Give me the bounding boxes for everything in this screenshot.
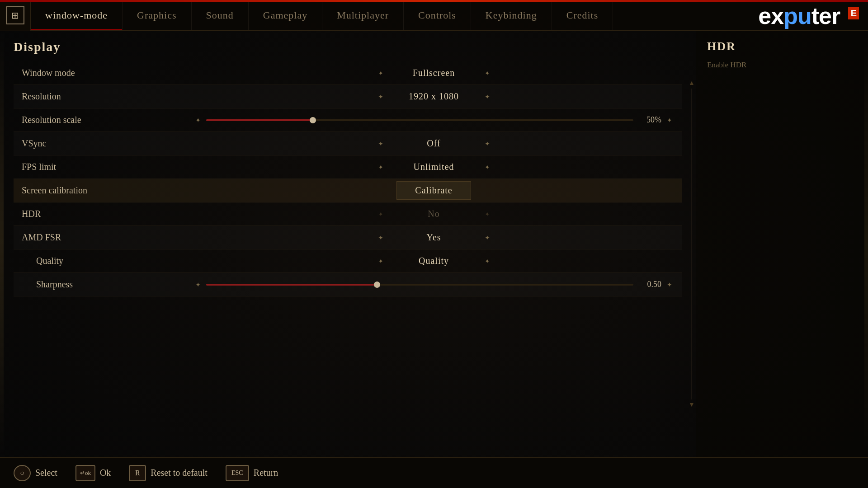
sharpness-slider-thumb[interactable] xyxy=(374,282,380,288)
setting-row-resolution-scale: Resolution scale 50% xyxy=(14,108,682,132)
setting-row-resolution: Resolution 868 x 488 xyxy=(14,85,682,108)
arrow-right-sharpness[interactable] xyxy=(661,280,678,289)
setting-row-window-mode: Window mode Fullscreen xyxy=(14,61,682,85)
header: ⊞ window-mode Graphics Sound Gameplay Mu… xyxy=(0,0,868,31)
top-accent-bar xyxy=(0,0,868,2)
setting-value-fps-limit: Unlimited xyxy=(389,162,479,172)
action-reset-label: Reset to default xyxy=(151,468,208,478)
setting-control-sharpness: 0.50 xyxy=(190,280,678,289)
resolution-scale-slider-thumb[interactable] xyxy=(310,117,316,123)
arrow-left-hdr[interactable] xyxy=(373,209,389,219)
tab-credits[interactable]: Credits xyxy=(552,0,613,30)
action-reset: R Reset to default xyxy=(129,465,208,481)
tab-sound[interactable]: Sound xyxy=(192,0,249,30)
tab-controls[interactable]: Controls xyxy=(404,0,471,30)
setting-control-resolution-scale: 50% xyxy=(190,115,678,125)
setting-row-hdr: HDR No xyxy=(14,202,682,226)
tab-graphics[interactable]: Graphics xyxy=(123,0,191,30)
resolution-scale-slider-container: 50% xyxy=(206,115,661,125)
setting-value-hdr: No xyxy=(389,209,479,219)
sharpness-slider-fill xyxy=(206,284,377,286)
action-return-label: Return xyxy=(254,468,278,478)
sharpness-value: 0.50 xyxy=(639,280,661,289)
key-ok-icon: ↵ok xyxy=(75,465,95,481)
logo-icon: ⊞ xyxy=(6,6,24,24)
arrow-right-vsync[interactable] xyxy=(479,139,495,148)
right-panel-description: Enable HDR xyxy=(707,59,857,71)
arrow-right-hdr[interactable] xyxy=(479,209,495,219)
watermark: exputer E xyxy=(758,2,859,29)
setting-control-fps-limit: Unlimited xyxy=(190,162,678,172)
setting-label-vsync: VSync xyxy=(18,138,190,149)
setting-control-hdr: No xyxy=(190,209,678,219)
settings-panel: Display Window mode Fullscreen Resolutio… xyxy=(0,31,696,457)
section-title: Display xyxy=(14,40,682,54)
tab-display[interactable]: window-mode xyxy=(31,0,123,30)
setting-value-resolution: 868 x 488 xyxy=(389,91,479,102)
setting-label-fps-limit: FPS limit xyxy=(18,162,190,172)
arrow-right-quality[interactable] xyxy=(479,256,495,266)
setting-row-quality: Quality Quality xyxy=(14,249,682,273)
tab-keybinding[interactable]: Keybinding xyxy=(471,0,552,30)
logo-box: ⊞ xyxy=(0,0,31,31)
arrow-right-resolution[interactable] xyxy=(479,92,495,101)
right-panel-title: HDR xyxy=(707,40,857,53)
setting-row-screen-calibration: Screen calibration Calibrate xyxy=(14,179,682,202)
scroll-indicator: ▲ ▼ xyxy=(688,61,695,427)
action-return: ESC Return xyxy=(226,465,278,481)
arrow-right-window-mode[interactable] xyxy=(479,68,495,78)
setting-control-vsync: Off xyxy=(190,138,678,149)
side-decoration-right xyxy=(864,31,868,457)
setting-row-fps-limit: FPS limit Unlimited xyxy=(14,155,682,179)
setting-control-screen-calibration: Calibrate xyxy=(190,181,678,200)
setting-control-resolution: 868 x 488 xyxy=(190,91,678,102)
arrow-left-resolution-scale[interactable] xyxy=(190,115,206,125)
action-select-label: Select xyxy=(35,468,57,478)
setting-row-amd-fsr: AMD FSR Yes xyxy=(14,226,682,249)
setting-control-amd-fsr: Yes xyxy=(190,232,678,243)
action-select: ○ Select xyxy=(14,465,57,481)
arrow-left-sharpness[interactable] xyxy=(190,280,206,289)
setting-control-quality: Quality xyxy=(190,256,678,266)
arrow-left-amd-fsr[interactable] xyxy=(373,233,389,242)
resolution-scale-value: 50% xyxy=(639,115,661,125)
sharpness-slider-container: 0.50 xyxy=(206,280,661,289)
setting-label-resolution-scale: Resolution scale xyxy=(18,115,190,125)
arrow-right-amd-fsr[interactable] xyxy=(479,233,495,242)
setting-label-window-mode: Window mode xyxy=(18,68,190,78)
main-content: Display Window mode Fullscreen Resolutio… xyxy=(0,31,868,457)
key-select-icon: ○ xyxy=(14,465,31,481)
setting-label-resolution: Resolution xyxy=(18,91,190,102)
action-ok-label: Ok xyxy=(100,468,111,478)
settings-list: Window mode Fullscreen Resolution 1920 x… xyxy=(14,61,682,296)
resolution-scale-slider-track xyxy=(206,119,633,121)
arrow-left-quality[interactable] xyxy=(373,256,389,266)
tab-gameplay[interactable]: Gameplay xyxy=(249,0,322,30)
setting-row-vsync: VSync Off xyxy=(14,132,682,155)
setting-value-vsync: Off xyxy=(389,138,479,149)
side-decoration-left xyxy=(0,31,4,457)
right-panel: HDR Enable HDR xyxy=(696,31,868,457)
arrow-left-fps-limit[interactable] xyxy=(373,162,389,172)
arrow-right-fps-limit[interactable] xyxy=(479,162,495,172)
setting-label-amd-fsr: AMD FSR xyxy=(18,232,190,243)
setting-label-screen-calibration: Screen calibration xyxy=(18,185,190,196)
setting-label-quality: Quality xyxy=(18,256,190,266)
arrow-left-window-mode[interactable] xyxy=(373,68,389,78)
setting-control-window-mode: Fullscreen xyxy=(190,68,678,78)
scroll-line xyxy=(691,89,692,399)
calibrate-button[interactable]: Calibrate xyxy=(396,181,471,200)
arrow-right-resolution-scale[interactable] xyxy=(661,115,678,125)
watermark-badge: E xyxy=(848,7,859,19)
arrow-left-resolution[interactable] xyxy=(373,92,389,101)
action-ok: ↵ok Ok xyxy=(75,465,111,481)
key-reset-icon: R xyxy=(129,465,146,481)
bottom-bar: ○ Select ↵ok Ok R Reset to default ESC R… xyxy=(0,457,868,488)
scroll-top-indicator: ▲ xyxy=(689,80,695,87)
tab-multiplayer[interactable]: Multiplayer xyxy=(322,0,404,30)
nav-tabs: window-mode Graphics Sound Gameplay Mult… xyxy=(31,0,868,30)
setting-value-window-mode: Fullscreen xyxy=(389,68,479,78)
arrow-left-vsync[interactable] xyxy=(373,139,389,148)
setting-row-sharpness: Sharpness 0.50 xyxy=(14,273,682,296)
resolution-scale-slider-fill xyxy=(206,119,313,121)
